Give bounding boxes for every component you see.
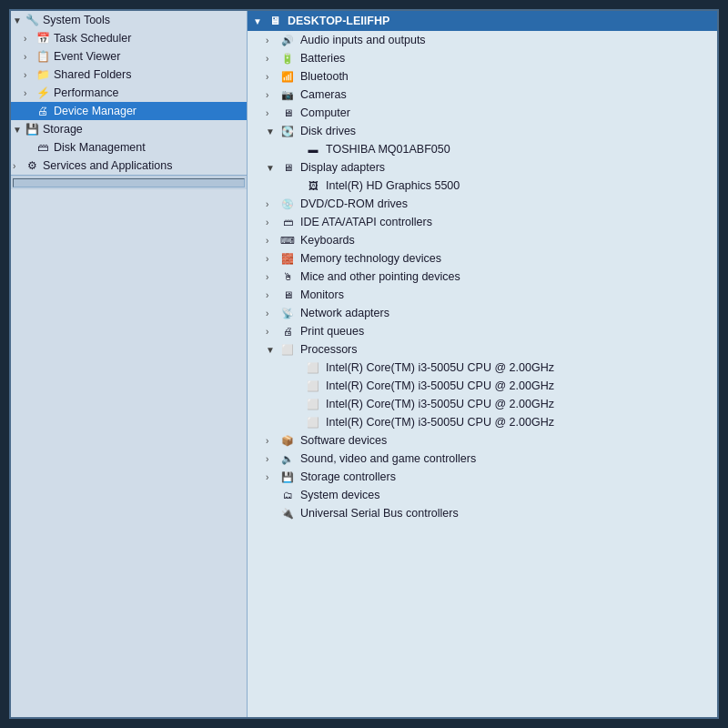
device-item-3[interactable]: › 📷Cameras xyxy=(248,86,717,104)
icon-task-scheduler: 📅 xyxy=(35,31,51,46)
device-icon-4: 🖥 xyxy=(278,106,297,120)
device-label-24: Storage controllers xyxy=(300,470,396,483)
expand-arrow-performance: › xyxy=(24,88,35,98)
device-item-4[interactable]: › 🖥Computer xyxy=(248,104,717,122)
device-icon-18: ⬜ xyxy=(304,360,322,375)
device-expand-12: › xyxy=(266,254,278,264)
device-label-15: Network adapters xyxy=(300,307,389,319)
device-item-16[interactable]: › 🖨Print queues xyxy=(248,322,717,340)
device-item-12[interactable]: › 🧱Memory technology devices xyxy=(248,249,717,268)
device-icon-9: 💿 xyxy=(278,197,297,211)
device-label-16: Print queues xyxy=(300,325,364,338)
device-item-15[interactable]: › 📡Network adapters xyxy=(248,304,717,322)
device-expand-13: › xyxy=(266,272,278,282)
icon-device-manager: 🖨 xyxy=(35,104,51,118)
device-icon-13: 🖱 xyxy=(278,269,297,284)
device-tree-root[interactable]: ▼ 🖥DESKTOP-LEIIFHP xyxy=(248,11,717,31)
expand-arrow-system-tools: ▼ xyxy=(13,15,24,25)
device-label-21: Intel(R) Core(TM) i3-5005U CPU @ 2.00GHz xyxy=(326,416,554,429)
device-label-22: Software devices xyxy=(300,434,387,447)
icon-storage: 💾 xyxy=(24,122,40,136)
icon-services-apps: ⚙ xyxy=(24,158,40,173)
left-item-shared-folders[interactable]: ›📁Shared Folders xyxy=(11,66,247,84)
horizontal-scrollbar[interactable] xyxy=(11,175,247,189)
device-item-24[interactable]: › 💾Storage controllers xyxy=(248,468,717,486)
icon-disk-management: 🗃 xyxy=(35,140,51,155)
device-item-14[interactable]: › 🖥Monitors xyxy=(248,286,717,304)
label-event-viewer: Event Viewer xyxy=(54,50,243,63)
device-label-20: Intel(R) Core(TM) i3-5005U CPU @ 2.00GHz xyxy=(326,398,554,410)
device-icon-5: 💽 xyxy=(278,124,297,138)
device-icon-16: 🖨 xyxy=(278,324,297,339)
label-services-apps: Services and Applications xyxy=(43,159,243,172)
device-expand-9: › xyxy=(266,199,278,209)
device-item-18[interactable]: ⬜Intel(R) Core(TM) i3-5005U CPU @ 2.00GH… xyxy=(248,359,717,377)
device-label-10: IDE ATA/ATAPI controllers xyxy=(300,216,432,228)
device-label-2: Bluetooth xyxy=(300,70,349,83)
device-icon-19: ⬜ xyxy=(304,379,322,393)
device-label-6: TOSHIBA MQ01ABF050 xyxy=(326,143,450,156)
left-nav-panel: ▼🔧System Tools›📅Task Scheduler›📋Event Vi… xyxy=(11,11,248,717)
device-icon-12: 🧱 xyxy=(278,251,297,266)
device-expand-22: › xyxy=(266,436,278,446)
device-icon-10: 🗃 xyxy=(278,215,297,229)
device-item-8[interactable]: 🖼Intel(R) HD Graphics 5500 xyxy=(248,177,717,195)
device-expand-7: ▼ xyxy=(266,163,278,173)
device-icon-22: 📦 xyxy=(278,433,297,448)
device-label-3: Cameras xyxy=(300,88,347,101)
scroll-track[interactable] xyxy=(13,178,245,187)
device-label-23: Sound, video and game controllers xyxy=(300,452,476,465)
device-item-6[interactable]: ▬TOSHIBA MQ01ABF050 xyxy=(248,140,717,158)
device-icon-24: 💾 xyxy=(278,470,297,484)
device-item-25[interactable]: 🗂System devices xyxy=(248,486,717,504)
left-item-device-manager[interactable]: 🖨Device Manager xyxy=(11,102,247,120)
device-expand-15: › xyxy=(266,308,278,318)
left-item-task-scheduler[interactable]: ›📅Task Scheduler xyxy=(11,29,247,47)
device-item-11[interactable]: › ⌨Keyboards xyxy=(248,231,717,249)
device-label-1: Batteries xyxy=(300,52,345,65)
device-label-18: Intel(R) Core(TM) i3-5005U CPU @ 2.00GHz xyxy=(326,361,554,374)
device-item-19[interactable]: ⬜Intel(R) Core(TM) i3-5005U CPU @ 2.00GH… xyxy=(248,377,717,395)
label-system-tools: System Tools xyxy=(43,14,243,26)
label-shared-folders: Shared Folders xyxy=(54,68,243,81)
device-item-10[interactable]: › 🗃IDE ATA/ATAPI controllers xyxy=(248,213,717,231)
device-item-0[interactable]: › 🔊Audio inputs and outputs xyxy=(248,31,717,49)
left-item-event-viewer[interactable]: ›📋Event Viewer xyxy=(11,47,247,66)
device-expand-4: › xyxy=(266,108,278,118)
device-expand-14: › xyxy=(266,290,278,300)
left-item-system-tools[interactable]: ▼🔧System Tools xyxy=(11,11,247,29)
device-item-9[interactable]: › 💿DVD/CD-ROM drives xyxy=(248,195,717,213)
device-icon-20: ⬜ xyxy=(304,397,322,411)
device-item-20[interactable]: ⬜Intel(R) Core(TM) i3-5005U CPU @ 2.00GH… xyxy=(248,395,717,413)
device-expand-2: › xyxy=(266,72,278,82)
device-item-7[interactable]: ▼ 🖥Display adapters xyxy=(248,158,717,177)
device-label-13: Mice and other pointing devices xyxy=(300,270,460,283)
root-computer-icon: 🖥 xyxy=(266,14,284,28)
left-item-services-apps[interactable]: ›⚙Services and Applications xyxy=(11,157,247,175)
device-item-26[interactable]: 🔌Universal Serial Bus controllers xyxy=(248,504,717,522)
device-item-22[interactable]: › 📦Software devices xyxy=(248,431,717,450)
device-item-23[interactable]: › 🔈Sound, video and game controllers xyxy=(248,450,717,468)
device-tree: ▼ 🖥DESKTOP-LEIIFHP› 🔊Audio inputs and ou… xyxy=(248,11,717,522)
device-item-5[interactable]: ▼ 💽Disk drives xyxy=(248,122,717,140)
label-disk-management: Disk Management xyxy=(54,141,243,154)
left-item-performance[interactable]: ›⚡Performance xyxy=(11,84,247,102)
label-task-scheduler: Task Scheduler xyxy=(54,32,243,45)
device-icon-23: 🔈 xyxy=(278,451,297,466)
device-item-13[interactable]: › 🖱Mice and other pointing devices xyxy=(248,268,717,286)
device-icon-3: 📷 xyxy=(278,87,297,102)
device-item-17[interactable]: ▼ ⬜Processors xyxy=(248,340,717,359)
left-item-disk-management[interactable]: 🗃Disk Management xyxy=(11,138,247,157)
left-item-storage[interactable]: ▼💾Storage xyxy=(11,120,247,138)
device-icon-0: 🔊 xyxy=(278,33,297,47)
label-storage: Storage xyxy=(43,123,243,136)
device-label-0: Audio inputs and outputs xyxy=(300,34,426,46)
device-label-25: System devices xyxy=(300,489,380,501)
device-item-1[interactable]: › 🔋Batteries xyxy=(248,49,717,67)
device-icon-25: 🗂 xyxy=(278,488,297,502)
device-item-2[interactable]: › 📶Bluetooth xyxy=(248,67,717,86)
device-item-21[interactable]: ⬜Intel(R) Core(TM) i3-5005U CPU @ 2.00GH… xyxy=(248,413,717,431)
device-icon-11: ⌨ xyxy=(278,233,297,248)
root-label: DESKTOP-LEIIFHP xyxy=(288,15,389,27)
device-label-5: Disk drives xyxy=(300,125,356,137)
